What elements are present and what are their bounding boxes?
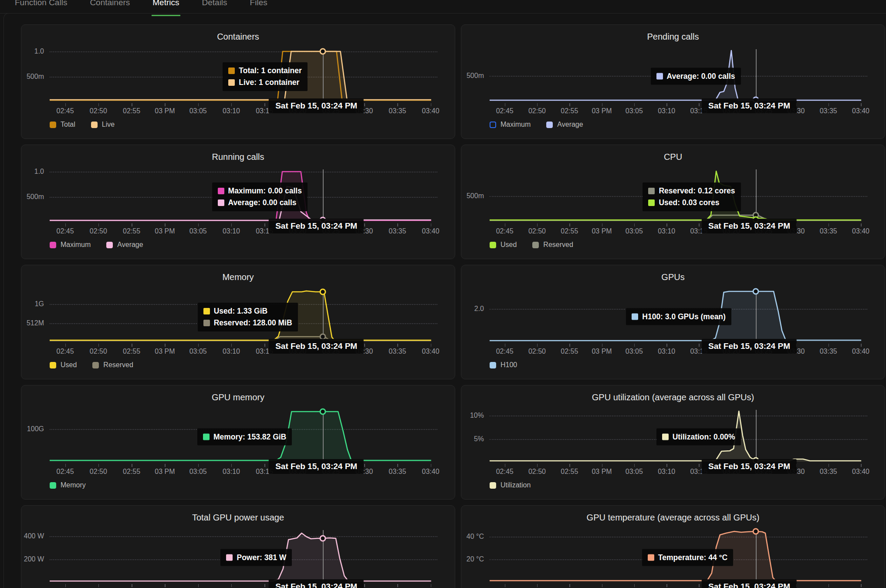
plot-area[interactable]: Power: 381 WSat Feb 15, 03:24 PM: [50, 527, 437, 584]
tab-files[interactable]: Files: [249, 0, 268, 16]
x-axis-label: 03:40: [422, 227, 440, 235]
x-axis-label: 02:55: [561, 348, 578, 355]
crosshair-line: [756, 410, 757, 462]
series-tooltip: Total: 1 containerLive: 1 container: [223, 62, 308, 91]
tab-function-calls[interactable]: Function Calls: [14, 0, 68, 16]
legend-item-average[interactable]: Average: [546, 121, 583, 128]
legend-item-reserved[interactable]: Reserved: [92, 361, 133, 369]
tooltip-text: H100: 3.0 GPUs (mean): [642, 312, 726, 321]
x-axis-label: 02:55: [123, 227, 140, 235]
tab-containers[interactable]: Containers: [89, 0, 131, 16]
x-tick-mark: [602, 103, 603, 106]
x-axis-label: 03:05: [189, 348, 207, 355]
y-axis-label: 10%: [461, 412, 484, 419]
legend-item-utilization[interactable]: Utilization: [490, 481, 531, 489]
x-axis-label: 03:40: [422, 468, 440, 476]
tooltip-row: H100: 3.0 GPUs (mean): [632, 312, 726, 321]
crosshair-time-tooltip: Sat Feb 15, 03:24 PM: [269, 459, 364, 474]
plot-area[interactable]: Temperature: 44 °CSat Feb 15, 03:24 PM: [490, 527, 867, 584]
x-axis-label: 03 PM: [592, 227, 612, 235]
x-tick-mark: [537, 103, 538, 106]
x-axis-label: 03:05: [626, 107, 643, 115]
plot-area[interactable]: Total: 1 containerLive: 1 containerSat F…: [50, 46, 437, 103]
x-axis-label: 02:45: [496, 348, 514, 355]
x-tick-mark: [132, 464, 132, 467]
plot-area[interactable]: Average: 0.00 callsSat Feb 15, 03:24 PM: [490, 46, 867, 103]
plot-area[interactable]: Memory: 153.82 GiBSat Feb 15, 03:24 PM: [50, 406, 437, 464]
x-tick-mark: [397, 103, 398, 106]
x-tick-mark: [231, 344, 232, 347]
tooltip-row: Total: 1 container: [228, 66, 302, 75]
x-axis-label: 03:10: [223, 227, 240, 235]
x-axis-label: 03:35: [820, 348, 837, 355]
legend-item-maximum[interactable]: Maximum: [50, 241, 91, 249]
tab-details[interactable]: Details: [201, 0, 228, 16]
plot-area[interactable]: Utilization: 0.00%Sat Feb 15, 03:24 PM: [490, 406, 867, 464]
x-tick-mark: [364, 103, 365, 106]
y-axis-label: 2.0: [461, 305, 484, 313]
x-tick-mark: [537, 344, 538, 347]
hover-marker: [320, 48, 326, 55]
plot-area[interactable]: Reserved: 0.12 coresUsed: 0.03 coresSat …: [490, 166, 867, 223]
x-axis-label: 02:45: [57, 348, 74, 355]
x-axis-label: 03:35: [820, 107, 837, 115]
legend-item-reserved[interactable]: Reserved: [532, 241, 573, 249]
legend-item-h100[interactable]: H100: [490, 361, 517, 369]
y-axis-label: 200 W: [21, 555, 44, 563]
tooltip-text: Power: 381 W: [237, 553, 286, 562]
y-axis-label: 1.0: [21, 47, 44, 55]
x-axis-label: 03 PM: [592, 107, 612, 115]
plot-zone: 2.0H100: 3.0 GPUs (mean)Sat Feb 15, 03:2…: [461, 286, 885, 344]
x-tick-mark: [397, 584, 398, 587]
legend-item-live[interactable]: Live: [91, 121, 115, 128]
tab-metrics[interactable]: Metrics: [152, 0, 180, 16]
plot-area[interactable]: Used: 1.33 GiBReserved: 128.00 MiBSat Fe…: [50, 286, 437, 344]
legend-label: Reserved: [103, 361, 133, 369]
plot-zone: 400 W200 WPower: 381 WSat Feb 15, 03:24 …: [21, 527, 455, 584]
legend-label: Average: [557, 121, 583, 128]
series-tooltip: Power: 381 W: [220, 549, 292, 566]
legend-item-used[interactable]: Used: [50, 361, 77, 369]
plot-area[interactable]: H100: 3.0 GPUs (mean)Sat Feb 15, 03:24 P…: [490, 286, 867, 344]
legend-swatch: [490, 362, 496, 368]
x-tick-mark: [861, 584, 862, 587]
series-tooltip: Memory: 153.82 GiB: [197, 429, 292, 446]
plot-zone: 1.0500mMaximum: 0.00 callsAverage: 0.00 …: [21, 166, 455, 223]
hover-marker: [753, 288, 759, 295]
x-tick-mark: [602, 223, 603, 226]
y-axis-label: 500m: [21, 73, 44, 81]
x-tick-mark: [569, 103, 570, 106]
legend-item-average[interactable]: Average: [106, 241, 143, 249]
x-axis-label: 03:05: [626, 468, 643, 476]
chart-legend: H100: [490, 361, 885, 369]
x-axis-label: 03:40: [852, 348, 869, 355]
y-axis-label: 500m: [461, 72, 484, 80]
chart-title: GPU temperature (average across all GPUs…: [461, 513, 885, 523]
x-tick-mark: [264, 464, 265, 467]
legend-item-maximum[interactable]: Maximum: [490, 121, 531, 128]
plot-area[interactable]: Maximum: 0.00 callsAverage: 0.00 callsSa…: [50, 166, 437, 223]
x-tick-mark: [65, 223, 66, 226]
legend-item-used[interactable]: Used: [490, 241, 517, 249]
x-axis-label: 03:35: [389, 107, 406, 115]
crosshair-time-tooltip: Sat Feb 15, 03:24 PM: [269, 219, 364, 233]
tooltip-swatch: [218, 188, 224, 194]
tooltip-row: Used: 0.03 cores: [648, 198, 735, 207]
x-tick-mark: [829, 344, 829, 347]
x-tick-mark: [132, 584, 132, 587]
x-axis-label: 03:10: [658, 227, 675, 235]
x-tick-mark: [198, 344, 199, 347]
tooltip-text: Maximum: 0.00 calls: [228, 186, 302, 196]
x-tick-mark: [431, 584, 432, 587]
x-axis-label: 03:05: [626, 227, 643, 235]
legend-label: Reserved: [543, 241, 573, 249]
x-axis: 02:4502:5002:5503 PM03:0503:1003:1503:20…: [490, 464, 867, 475]
x-tick-mark: [397, 464, 398, 467]
x-tick-mark: [198, 103, 199, 106]
x-tick-mark: [98, 223, 99, 226]
x-axis-label: 02:50: [528, 107, 546, 115]
legend-item-total[interactable]: Total: [50, 121, 75, 128]
x-tick-mark: [505, 103, 506, 106]
legend-item-memory[interactable]: Memory: [50, 481, 86, 489]
x-tick-mark: [231, 584, 232, 587]
